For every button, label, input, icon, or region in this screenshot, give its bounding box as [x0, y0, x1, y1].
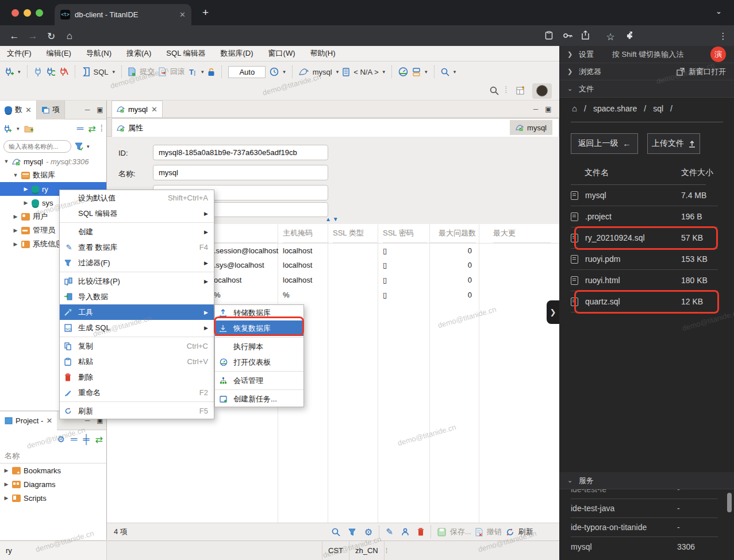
- save-icon[interactable]: [437, 528, 446, 536]
- new-connection-dropdown-icon[interactable]: ▾: [18, 69, 21, 75]
- grid-filter-icon[interactable]: [348, 528, 356, 536]
- file-row[interactable]: mysql7.4 MB: [571, 185, 718, 206]
- browser-section-header[interactable]: ❯ 浏览器 新窗口打开: [559, 63, 734, 80]
- col-header-host-mask[interactable]: 主机掩码: [283, 224, 329, 243]
- active-connection-select[interactable]: mysql: [313, 68, 332, 76]
- editor-tab-mysql[interactable]: mysql ✕: [112, 101, 163, 117]
- sql-dropdown-icon[interactable]: ▾: [113, 69, 116, 75]
- share-icon[interactable]: [582, 30, 600, 40]
- id-field[interactable]: [153, 145, 328, 160]
- menu-item-set-default[interactable]: 设为默认值Shift+Ctrl+A: [60, 190, 214, 206]
- file-row[interactable]: .project196 B: [571, 206, 718, 227]
- menu-item-compare-migrate[interactable]: 比较/迁移(P)▶: [60, 273, 214, 289]
- new-folder-icon[interactable]: [24, 125, 34, 133]
- menu-help[interactable]: 帮助(H): [310, 48, 335, 59]
- link-icon[interactable]: ⇄: [95, 434, 103, 445]
- tree-item-diagrams[interactable]: ▶ Diagrams: [0, 477, 106, 491]
- home-icon[interactable]: ⌂: [61, 30, 78, 42]
- panel-maximize-icon[interactable]: ▣: [94, 106, 106, 114]
- tab-close-icon[interactable]: ✕: [25, 106, 32, 114]
- collapse-icon[interactable]: ═: [71, 434, 77, 445]
- menu-file[interactable]: 文件(F): [7, 48, 32, 59]
- window-close-button[interactable]: [11, 9, 19, 17]
- connection-dropdown-icon[interactable]: ▾: [336, 69, 339, 75]
- menu-item-sql-editor[interactable]: SQL 编辑器▶: [60, 206, 214, 221]
- tree-item-scripts[interactable]: ▶ Scripts: [0, 491, 106, 505]
- tab-close-icon[interactable]: ✕: [179, 10, 186, 19]
- tasks-dropdown-icon[interactable]: ▾: [425, 69, 428, 75]
- nav-new-connection-icon[interactable]: [3, 125, 12, 133]
- connection-badge[interactable]: mysql: [510, 120, 552, 135]
- history-dropdown-icon[interactable]: ▾: [283, 69, 286, 75]
- submenu-item-open-dashboard[interactable]: 打开仪表板: [215, 354, 303, 370]
- rollback-button[interactable]: 回滚: [170, 67, 185, 77]
- menu-item-create[interactable]: 创建▶: [60, 224, 214, 240]
- sql-script-icon[interactable]: [82, 67, 90, 76]
- files-section-header[interactable]: ⌄ 文件: [559, 80, 734, 98]
- transaction-mode-icon[interactable]: T⡇: [189, 68, 197, 76]
- splitter-collapse-icon[interactable]: ▲ ▼: [325, 216, 339, 222]
- refresh-icon[interactable]: [506, 528, 514, 536]
- grid-settings-icon[interactable]: ⚙: [364, 527, 372, 538]
- save-button[interactable]: 保存...: [450, 527, 471, 537]
- tab-search-chevron-icon[interactable]: ⌄: [716, 7, 722, 16]
- tab-close-icon[interactable]: ✕: [151, 105, 157, 114]
- sidebar-scrollbar-thumb[interactable]: [727, 493, 732, 512]
- extensions-puzzle-icon[interactable]: [627, 31, 645, 40]
- menu-item-import-data[interactable]: 导入数据: [60, 289, 214, 304]
- user-avatar-button[interactable]: [532, 83, 552, 99]
- submenu-item-execute-script[interactable]: 执行脚本: [215, 339, 303, 354]
- auto-commit-select[interactable]: Auto: [228, 66, 266, 78]
- home-icon[interactable]: ⌂: [572, 103, 577, 113]
- undo-icon[interactable]: [475, 528, 483, 536]
- status-locale[interactable]: zh_CN: [349, 541, 385, 560]
- tab-close-icon[interactable]: ✕: [46, 416, 52, 425]
- ime-badge[interactable]: 演: [710, 47, 726, 62]
- tab-project[interactable]: Project - ✕: [0, 411, 57, 430]
- go-up-button[interactable]: 返回上一级←: [571, 133, 638, 154]
- services-section-header[interactable]: ⌄ 服务: [559, 472, 734, 489]
- tree-item-databases[interactable]: ▼ 数据库: [0, 168, 106, 182]
- dashboard-gauge-icon[interactable]: [398, 67, 408, 76]
- breadcrumb-space-share[interactable]: space.share: [593, 104, 637, 113]
- submenu-item-session-manager[interactable]: 会话管理: [215, 373, 303, 388]
- menu-item-view-database[interactable]: ✎查看 数据库F4: [60, 240, 214, 255]
- menu-item-filter[interactable]: 过滤器(F)▶: [60, 255, 214, 271]
- refresh-button[interactable]: 刷新: [518, 527, 533, 537]
- filter-dropdown-icon[interactable]: ▾: [87, 144, 90, 149]
- editor-maximize-icon[interactable]: ▣: [542, 105, 555, 113]
- name-field[interactable]: [153, 165, 328, 180]
- sql-dropdown-label[interactable]: SQL: [94, 68, 109, 76]
- reload-icon[interactable]: ↻: [43, 30, 60, 43]
- file-row[interactable]: ruoyi.pdm153 KB: [571, 249, 718, 270]
- col-header-ssl-password[interactable]: SSL 密码: [383, 224, 428, 243]
- expand-icon[interactable]: ╪: [83, 434, 89, 445]
- tree-item-bookmarks[interactable]: ▶★ Bookmarks: [0, 464, 106, 477]
- file-row[interactable]: ruoyi.html180 KB: [571, 270, 718, 291]
- menu-window[interactable]: 窗口(W): [268, 48, 295, 59]
- menu-edit[interactable]: 编辑(E): [47, 48, 71, 59]
- connect-icon[interactable]: [34, 67, 42, 76]
- service-row[interactable]: mysql3306: [571, 537, 718, 556]
- back-icon[interactable]: ←: [6, 30, 23, 42]
- menu-item-generate-sql[interactable]: SQL生成 SQL▶: [60, 320, 214, 335]
- settings-section-header[interactable]: ❯ 设置 按 Shift 键切换输入法 演: [559, 46, 734, 63]
- bookmark-star-icon[interactable]: ☆: [601, 31, 620, 43]
- tab-projects[interactable]: 项: [37, 101, 65, 119]
- submenu-item-create-task[interactable]: 创建新任务...: [215, 391, 303, 407]
- menu-item-refresh[interactable]: 刷新F5: [60, 403, 214, 419]
- new-connection-icon[interactable]: [5, 67, 14, 76]
- editor-minimize-icon[interactable]: ─: [529, 105, 542, 113]
- service-row[interactable]: ide-test-java-: [571, 499, 718, 518]
- menu-item-rename[interactable]: 重命名F2: [60, 385, 214, 400]
- filter-funnel-icon[interactable]: [75, 142, 83, 150]
- lock-toggle-icon[interactable]: [207, 68, 215, 76]
- status-dots-icon[interactable]: ⁞: [386, 546, 388, 555]
- commit-button[interactable]: 提交: [140, 67, 155, 77]
- nav-connection-dropdown-icon[interactable]: ▾: [17, 126, 20, 132]
- menu-search[interactable]: 搜索(A): [126, 48, 151, 59]
- menu-navigate[interactable]: 导航(N): [86, 48, 112, 59]
- transaction-dropdown-icon[interactable]: ▾: [201, 69, 204, 75]
- database-list-icon[interactable]: [343, 68, 349, 76]
- reconnect-icon[interactable]: [46, 67, 55, 76]
